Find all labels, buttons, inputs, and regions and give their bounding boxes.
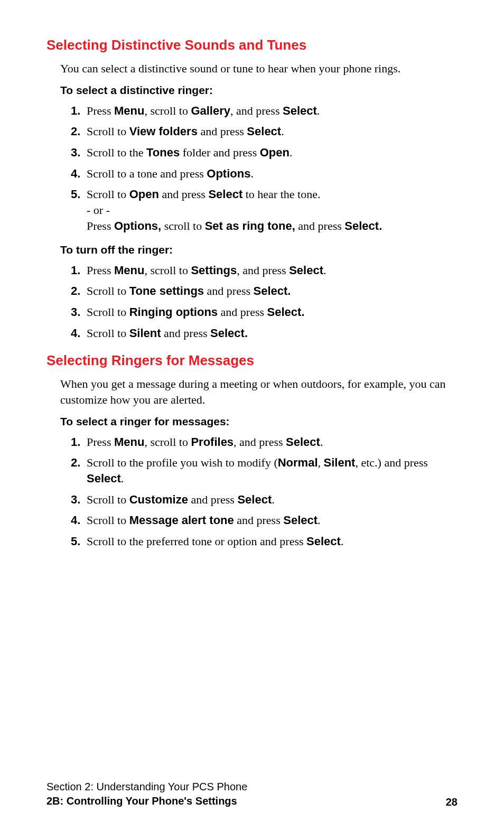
list-content: Scroll to a tone and press Options. — [87, 166, 458, 182]
footer-left: Section 2: Understanding Your PCS Phone … — [46, 780, 247, 808]
list-item: 4. Scroll to Silent and press Select. — [71, 325, 458, 341]
list-content: Scroll to Tone settings and press Select… — [87, 283, 458, 299]
list-content: Scroll to Customize and press Select. — [87, 492, 458, 508]
list-content: Scroll to the Tones folder and press Ope… — [87, 145, 458, 161]
list-number: 3. — [71, 492, 87, 508]
list-item: 1. Press Menu, scroll to Settings, and p… — [71, 263, 458, 278]
list-item: 3. Scroll to Customize and press Select. — [71, 492, 458, 508]
list-item: 3. Scroll to the Tones folder and press … — [71, 145, 458, 161]
section-sounds-tunes: Selecting Distinctive Sounds and Tunes Y… — [46, 37, 458, 341]
list-content: Scroll to Open and press Select to hear … — [87, 186, 458, 234]
list-number: 1. — [71, 434, 87, 450]
list-content: Scroll to Ringing options and press Sele… — [87, 304, 458, 320]
subheading-select-ringer: To select a distinctive ringer: — [60, 84, 458, 97]
list-content: Press Menu, scroll to Gallery, and press… — [87, 103, 458, 119]
list-item: 2. Scroll to Tone settings and press Sel… — [71, 283, 458, 299]
intro-text: When you get a message during a meeting … — [60, 376, 458, 407]
list-item: 3. Scroll to Ringing options and press S… — [71, 304, 458, 320]
footer-subsection-label: 2B: Controlling Your Phone's Settings — [46, 794, 247, 808]
list-select-ringer: 1. Press Menu, scroll to Gallery, and pr… — [71, 103, 458, 234]
page-footer: Section 2: Understanding Your PCS Phone … — [46, 780, 458, 808]
heading-sounds-tunes: Selecting Distinctive Sounds and Tunes — [46, 37, 458, 53]
list-number: 4. — [71, 325, 87, 341]
page-number: 28 — [446, 796, 458, 808]
list-number: 3. — [71, 304, 87, 320]
list-item: 5. Scroll to the preferred tone or optio… — [71, 534, 458, 549]
list-number: 4. — [71, 166, 87, 182]
list-number: 1. — [71, 263, 87, 278]
list-item: 2. Scroll to View folders and press Sele… — [71, 124, 458, 139]
list-number: 5. — [71, 534, 87, 549]
list-number: 2. — [71, 455, 87, 486]
subheading-select-ringer-messages: To select a ringer for messages: — [60, 415, 458, 428]
list-number: 1. — [71, 103, 87, 119]
list-item: 1. Press Menu, scroll to Profiles, and p… — [71, 434, 458, 450]
list-content: Scroll to View folders and press Select. — [87, 124, 458, 139]
list-item: 2. Scroll to the profile you wish to mod… — [71, 455, 458, 486]
heading-ringers-messages: Selecting Ringers for Messages — [46, 352, 458, 369]
list-item: 5. Scroll to Open and press Select to he… — [71, 186, 458, 234]
list-number: 4. — [71, 512, 87, 528]
list-number: 5. — [71, 186, 87, 234]
list-content: Scroll to the profile you wish to modify… — [87, 455, 458, 486]
list-ringer-messages: 1. Press Menu, scroll to Profiles, and p… — [71, 434, 458, 549]
list-item: 4. Scroll to Message alert tone and pres… — [71, 512, 458, 528]
list-content: Scroll to the preferred tone or option a… — [87, 534, 458, 549]
list-number: 2. — [71, 283, 87, 299]
list-number: 3. — [71, 145, 87, 161]
list-item: 1. Press Menu, scroll to Gallery, and pr… — [71, 103, 458, 119]
list-turn-off-ringer: 1. Press Menu, scroll to Settings, and p… — [71, 263, 458, 341]
footer-section-label: Section 2: Understanding Your PCS Phone — [46, 780, 247, 794]
list-content: Press Menu, scroll to Profiles, and pres… — [87, 434, 458, 450]
section-ringers-messages: Selecting Ringers for Messages When you … — [46, 352, 458, 549]
list-content: Scroll to Message alert tone and press S… — [87, 512, 458, 528]
list-item: 4. Scroll to a tone and press Options. — [71, 166, 458, 182]
subheading-turn-off-ringer: To turn off the ringer: — [60, 244, 458, 256]
list-content: Scroll to Silent and press Select. — [87, 325, 458, 341]
intro-text: You can select a distinctive sound or tu… — [60, 61, 458, 77]
list-number: 2. — [71, 124, 87, 139]
list-content: Press Menu, scroll to Settings, and pres… — [87, 263, 458, 278]
